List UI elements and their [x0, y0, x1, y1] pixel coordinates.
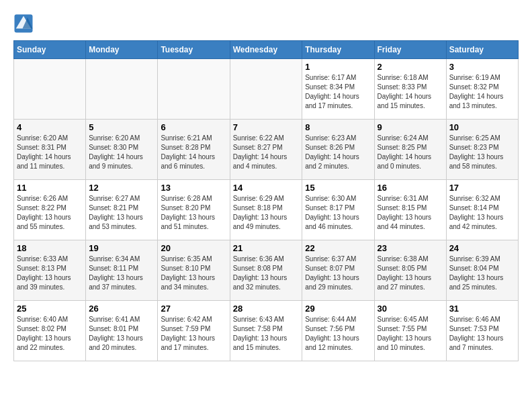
calendar-cell: 14Sunrise: 6:29 AM Sunset: 8:18 PM Dayli… [230, 180, 302, 240]
day-info: Sunrise: 6:29 AM Sunset: 8:18 PM Dayligh… [233, 194, 300, 232]
weekday-header: Tuesday [158, 41, 230, 59]
calendar-cell: 26Sunrise: 6:41 AM Sunset: 8:01 PM Dayli… [86, 301, 158, 361]
day-info: Sunrise: 6:41 AM Sunset: 8:01 PM Dayligh… [89, 315, 154, 353]
logo-icon [13, 13, 34, 34]
day-number: 10 [449, 122, 515, 132]
day-info: Sunrise: 6:22 AM Sunset: 8:27 PM Dayligh… [233, 134, 300, 171]
calendar-cell: 19Sunrise: 6:34 AM Sunset: 8:11 PM Dayli… [86, 240, 158, 301]
calendar-cell: 1Sunrise: 6:17 AM Sunset: 8:34 PM Daylig… [302, 59, 374, 120]
day-number: 2 [378, 62, 443, 72]
day-info: Sunrise: 6:45 AM Sunset: 7:55 PM Dayligh… [378, 315, 443, 353]
day-info: Sunrise: 6:33 AM Sunset: 8:13 PM Dayligh… [17, 255, 83, 292]
calendar-week-row: 1Sunrise: 6:17 AM Sunset: 8:34 PM Daylig… [14, 59, 519, 120]
calendar-cell: 11Sunrise: 6:26 AM Sunset: 8:22 PM Dayli… [14, 180, 86, 240]
day-info: Sunrise: 6:27 AM Sunset: 8:21 PM Dayligh… [89, 194, 154, 232]
day-info: Sunrise: 6:40 AM Sunset: 8:02 PM Dayligh… [17, 315, 83, 353]
day-info: Sunrise: 6:20 AM Sunset: 8:31 PM Dayligh… [17, 134, 83, 171]
calendar-cell: 28Sunrise: 6:43 AM Sunset: 7:58 PM Dayli… [230, 301, 302, 361]
calendar-header-row: SundayMondayTuesdayWednesdayThursdayFrid… [14, 41, 519, 59]
day-info: Sunrise: 6:18 AM Sunset: 8:33 PM Dayligh… [378, 73, 443, 111]
day-info: Sunrise: 6:35 AM Sunset: 8:10 PM Dayligh… [161, 255, 226, 292]
calendar-cell: 8Sunrise: 6:23 AM Sunset: 8:26 PM Daylig… [302, 120, 374, 180]
day-info: Sunrise: 6:38 AM Sunset: 8:05 PM Dayligh… [378, 255, 443, 292]
calendar-cell: 18Sunrise: 6:33 AM Sunset: 8:13 PM Dayli… [14, 240, 86, 301]
calendar-cell: 31Sunrise: 6:46 AM Sunset: 7:53 PM Dayli… [446, 301, 518, 361]
day-info: Sunrise: 6:43 AM Sunset: 7:58 PM Dayligh… [233, 315, 300, 353]
day-number: 12 [89, 183, 154, 193]
day-number: 3 [449, 62, 515, 72]
day-number: 8 [305, 122, 371, 132]
day-info: Sunrise: 6:36 AM Sunset: 8:08 PM Dayligh… [233, 255, 300, 292]
calendar-cell: 10Sunrise: 6:25 AM Sunset: 8:23 PM Dayli… [446, 120, 518, 180]
calendar-cell: 17Sunrise: 6:32 AM Sunset: 8:14 PM Dayli… [446, 180, 518, 240]
day-number: 16 [378, 183, 443, 193]
day-number: 6 [161, 122, 226, 132]
day-info: Sunrise: 6:24 AM Sunset: 8:25 PM Dayligh… [378, 134, 443, 171]
day-info: Sunrise: 6:44 AM Sunset: 7:56 PM Dayligh… [305, 315, 371, 353]
day-number: 29 [305, 304, 371, 314]
calendar-cell: 20Sunrise: 6:35 AM Sunset: 8:10 PM Dayli… [158, 240, 230, 301]
calendar-cell: 30Sunrise: 6:45 AM Sunset: 7:55 PM Dayli… [374, 301, 446, 361]
weekday-header: Sunday [14, 41, 86, 59]
calendar-cell: 2Sunrise: 6:18 AM Sunset: 8:33 PM Daylig… [374, 59, 446, 120]
calendar-week-row: 4Sunrise: 6:20 AM Sunset: 8:31 PM Daylig… [14, 120, 519, 180]
calendar-cell: 3Sunrise: 6:19 AM Sunset: 8:32 PM Daylig… [446, 59, 518, 120]
day-number: 15 [305, 183, 371, 193]
day-number: 30 [378, 304, 443, 314]
day-number: 28 [233, 304, 300, 314]
calendar-cell: 15Sunrise: 6:30 AM Sunset: 8:17 PM Dayli… [302, 180, 374, 240]
calendar-week-row: 18Sunrise: 6:33 AM Sunset: 8:13 PM Dayli… [14, 240, 519, 301]
calendar-cell: 24Sunrise: 6:39 AM Sunset: 8:04 PM Dayli… [446, 240, 518, 301]
day-number: 5 [89, 122, 154, 132]
calendar-week-row: 25Sunrise: 6:40 AM Sunset: 8:02 PM Dayli… [14, 301, 519, 361]
day-info: Sunrise: 6:32 AM Sunset: 8:14 PM Dayligh… [449, 194, 515, 232]
day-number: 1 [305, 62, 371, 72]
day-info: Sunrise: 6:28 AM Sunset: 8:20 PM Dayligh… [161, 194, 226, 232]
calendar-cell: 21Sunrise: 6:36 AM Sunset: 8:08 PM Dayli… [230, 240, 302, 301]
calendar-cell [230, 59, 302, 120]
day-number: 13 [161, 183, 226, 193]
day-info: Sunrise: 6:39 AM Sunset: 8:04 PM Dayligh… [449, 255, 515, 292]
day-number: 4 [17, 122, 83, 132]
calendar-cell: 4Sunrise: 6:20 AM Sunset: 8:31 PM Daylig… [14, 120, 86, 180]
calendar-cell: 12Sunrise: 6:27 AM Sunset: 8:21 PM Dayli… [86, 180, 158, 240]
day-info: Sunrise: 6:21 AM Sunset: 8:28 PM Dayligh… [161, 134, 226, 171]
calendar-cell: 23Sunrise: 6:38 AM Sunset: 8:05 PM Dayli… [374, 240, 446, 301]
day-number: 25 [17, 304, 83, 314]
calendar-cell [14, 59, 86, 120]
day-number: 24 [449, 243, 515, 253]
day-number: 20 [161, 243, 226, 253]
weekday-header: Friday [374, 41, 446, 59]
day-number: 17 [449, 183, 515, 193]
calendar-week-row: 11Sunrise: 6:26 AM Sunset: 8:22 PM Dayli… [14, 180, 519, 240]
calendar-cell [158, 59, 230, 120]
weekday-header: Monday [86, 41, 158, 59]
day-info: Sunrise: 6:17 AM Sunset: 8:34 PM Dayligh… [305, 73, 371, 111]
day-info: Sunrise: 6:46 AM Sunset: 7:53 PM Dayligh… [449, 315, 515, 353]
day-info: Sunrise: 6:30 AM Sunset: 8:17 PM Dayligh… [305, 194, 371, 232]
page-header [13, 13, 519, 34]
day-info: Sunrise: 6:34 AM Sunset: 8:11 PM Dayligh… [89, 255, 154, 292]
calendar-cell: 9Sunrise: 6:24 AM Sunset: 8:25 PM Daylig… [374, 120, 446, 180]
calendar-cell: 6Sunrise: 6:21 AM Sunset: 8:28 PM Daylig… [158, 120, 230, 180]
day-info: Sunrise: 6:19 AM Sunset: 8:32 PM Dayligh… [449, 73, 515, 111]
day-info: Sunrise: 6:42 AM Sunset: 7:59 PM Dayligh… [161, 315, 226, 353]
day-info: Sunrise: 6:20 AM Sunset: 8:30 PM Dayligh… [89, 134, 154, 171]
day-number: 11 [17, 183, 83, 193]
day-number: 7 [233, 122, 300, 132]
calendar-cell: 13Sunrise: 6:28 AM Sunset: 8:20 PM Dayli… [158, 180, 230, 240]
day-number: 18 [17, 243, 83, 253]
calendar-cell: 22Sunrise: 6:37 AM Sunset: 8:07 PM Dayli… [302, 240, 374, 301]
day-number: 22 [305, 243, 371, 253]
day-number: 14 [233, 183, 300, 193]
day-number: 27 [161, 304, 226, 314]
calendar-cell: 27Sunrise: 6:42 AM Sunset: 7:59 PM Dayli… [158, 301, 230, 361]
day-number: 19 [89, 243, 154, 253]
day-number: 31 [449, 304, 515, 314]
calendar-table: SundayMondayTuesdayWednesdayThursdayFrid… [13, 40, 519, 361]
day-info: Sunrise: 6:26 AM Sunset: 8:22 PM Dayligh… [17, 194, 83, 232]
weekday-header: Thursday [302, 41, 374, 59]
calendar-cell: 29Sunrise: 6:44 AM Sunset: 7:56 PM Dayli… [302, 301, 374, 361]
day-number: 26 [89, 304, 154, 314]
day-number: 9 [378, 122, 443, 132]
